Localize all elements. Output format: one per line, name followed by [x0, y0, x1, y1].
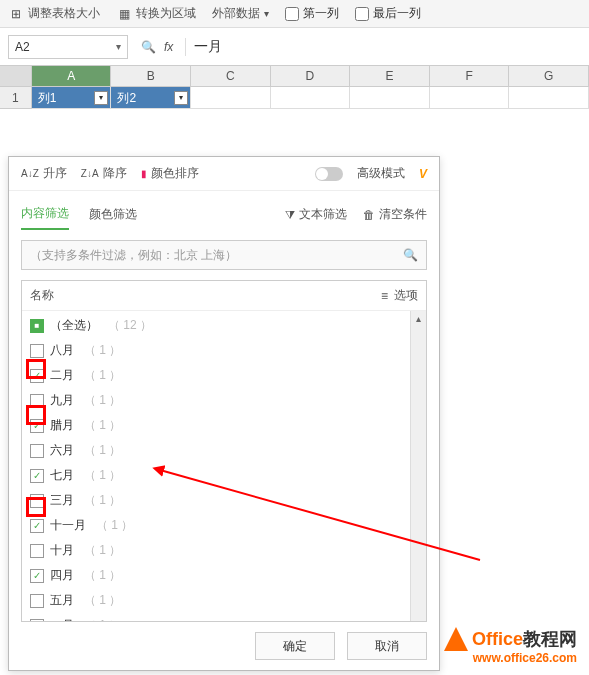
list-item[interactable]: 十一月（ 1 ） [22, 513, 426, 538]
filter-dropdown-icon[interactable]: ▾ [94, 91, 108, 105]
checkbox-icon[interactable] [30, 494, 44, 508]
watermark-brand-en: Office [472, 629, 523, 649]
advanced-mode-switch[interactable] [315, 167, 343, 181]
fx-label[interactable]: fx [164, 40, 173, 54]
checkbox-icon[interactable] [30, 519, 44, 533]
chevron-down-icon[interactable]: ▾ [116, 41, 121, 52]
table-header-col2[interactable]: 列2 ▾ [111, 87, 191, 109]
filter-popup: A↓Z 升序 Z↓A 降序 ▮ 颜色排序 高级模式 V 内容筛选 颜色筛选 ⧩ … [8, 156, 440, 671]
cell-c1[interactable] [191, 87, 271, 109]
convert-range-button[interactable]: ▦ 转换为区域 [116, 5, 196, 22]
text-filter-button[interactable]: ⧩ 文本筛选 [285, 206, 347, 223]
list-item[interactable]: 二月（ 1 ） [22, 363, 426, 388]
tab-content-filter[interactable]: 内容筛选 [21, 199, 69, 230]
col-header-f[interactable]: F [430, 66, 510, 86]
item-count: （ 12 ） [108, 317, 152, 334]
scrollbar-vertical[interactable]: ▴ [410, 311, 426, 621]
list-item[interactable]: 腊月（ 1 ） [22, 413, 426, 438]
options-label[interactable]: 选项 [394, 287, 418, 304]
tab-color-filter[interactable]: 颜色筛选 [89, 200, 137, 229]
list-header-label: 名称 [30, 287, 54, 304]
ribbon: ⊞ 调整表格大小 ▦ 转换为区域 外部数据 ▾ 第一列 最后一列 [0, 0, 589, 28]
last-col-checkbox[interactable]: 最后一列 [355, 5, 421, 22]
col-header-d[interactable]: D [271, 66, 351, 86]
watermark: Office教程网 www.office26.com [444, 627, 577, 665]
search-icon[interactable]: 🔍 [403, 248, 418, 262]
last-col-input[interactable] [355, 7, 369, 21]
item-label: 十月 [50, 542, 74, 559]
cell-e1[interactable] [350, 87, 430, 109]
list-item[interactable]: 一月（ 1 ） [22, 613, 426, 621]
list-item[interactable]: 九月（ 1 ） [22, 388, 426, 413]
list-item[interactable]: 七月（ 1 ） [22, 463, 426, 488]
checkbox-icon[interactable] [30, 344, 44, 358]
col-header-c[interactable]: C [191, 66, 271, 86]
row-header-1[interactable]: 1 [0, 87, 32, 109]
color-sort-button[interactable]: ▮ 颜色排序 [141, 165, 199, 182]
filter-list: 名称 ≡ 选项 ▴ （全选）（ 12 ）八月（ 1 ）二月（ 1 ）九月（ 1 … [21, 280, 427, 622]
item-label: 腊月 [50, 417, 74, 434]
checkbox-icon[interactable] [30, 444, 44, 458]
fx-group: 🔍 fx [140, 39, 173, 55]
spreadsheet-grid: A B C D E F G 1 列1 ▾ 列2 ▾ [0, 66, 589, 109]
list-item[interactable]: 三月（ 1 ） [22, 488, 426, 513]
name-box[interactable]: A2 ▾ [8, 35, 128, 59]
col-header-e[interactable]: E [350, 66, 430, 86]
checkbox-icon[interactable] [30, 569, 44, 583]
sort-desc-icon: Z↓A [81, 168, 99, 179]
cell-f1[interactable] [430, 87, 510, 109]
clear-filter-label: 清空条件 [379, 206, 427, 223]
first-col-input[interactable] [285, 7, 299, 21]
scroll-up-icon[interactable]: ▴ [411, 311, 426, 327]
item-label: 十一月 [50, 517, 86, 534]
clear-filter-button[interactable]: 🗑 清空条件 [363, 206, 427, 223]
text-filter-label: 文本筛选 [299, 206, 347, 223]
list-item[interactable]: 八月（ 1 ） [22, 338, 426, 363]
ok-button[interactable]: 确定 [255, 632, 335, 660]
name-box-value: A2 [15, 40, 30, 54]
external-data-button[interactable]: 外部数据 ▾ [212, 5, 269, 22]
checkbox-icon[interactable] [30, 394, 44, 408]
col-header-b[interactable]: B [111, 66, 191, 86]
sort-desc-label: 降序 [103, 165, 127, 182]
table-header-col1[interactable]: 列1 ▾ [32, 87, 112, 109]
popup-sort-row: A↓Z 升序 Z↓A 降序 ▮ 颜色排序 高级模式 V [9, 157, 439, 191]
cancel-button[interactable]: 取消 [347, 632, 427, 660]
color-sort-label: 颜色排序 [151, 165, 199, 182]
list-item[interactable]: 四月（ 1 ） [22, 563, 426, 588]
checkbox-icon[interactable] [30, 419, 44, 433]
list-icon[interactable]: ≡ [381, 289, 388, 303]
item-count: （ 1 ） [84, 617, 121, 621]
item-count: （ 1 ） [84, 342, 121, 359]
filter-dropdown-icon[interactable]: ▾ [174, 91, 188, 105]
convert-range-label: 转换为区域 [136, 5, 196, 22]
item-label: 四月 [50, 567, 74, 584]
col-header-a[interactable]: A [32, 66, 112, 86]
checkbox-icon[interactable] [30, 369, 44, 383]
cell-g1[interactable] [509, 87, 589, 109]
checkbox-icon[interactable] [30, 469, 44, 483]
first-col-checkbox[interactable]: 第一列 [285, 5, 339, 22]
resize-table-label: 调整表格大小 [28, 5, 100, 22]
checkbox-icon[interactable] [30, 544, 44, 558]
sort-desc-button[interactable]: Z↓A 降序 [81, 165, 127, 182]
search-icon[interactable]: 🔍 [140, 39, 156, 55]
item-label: 二月 [50, 367, 74, 384]
cell-d1[interactable] [271, 87, 351, 109]
list-header: 名称 ≡ 选项 [22, 281, 426, 311]
col-header-g[interactable]: G [509, 66, 589, 86]
list-item[interactable]: 十月（ 1 ） [22, 538, 426, 563]
list-item[interactable]: （全选）（ 12 ） [22, 313, 426, 338]
sort-asc-button[interactable]: A↓Z 升序 [21, 165, 67, 182]
list-item[interactable]: 五月（ 1 ） [22, 588, 426, 613]
advanced-mode-label: 高级模式 [357, 165, 405, 182]
item-label: 三月 [50, 492, 74, 509]
checkbox-icon[interactable] [30, 319, 44, 333]
filter-search-input[interactable]: （支持多条件过滤，例如：北京 上海） 🔍 [21, 240, 427, 270]
formula-value[interactable]: 一月 [185, 38, 222, 56]
resize-table-button[interactable]: ⊞ 调整表格大小 [8, 5, 100, 22]
checkbox-icon[interactable] [30, 619, 44, 622]
select-all-corner[interactable] [0, 66, 32, 86]
list-item[interactable]: 六月（ 1 ） [22, 438, 426, 463]
checkbox-icon[interactable] [30, 594, 44, 608]
